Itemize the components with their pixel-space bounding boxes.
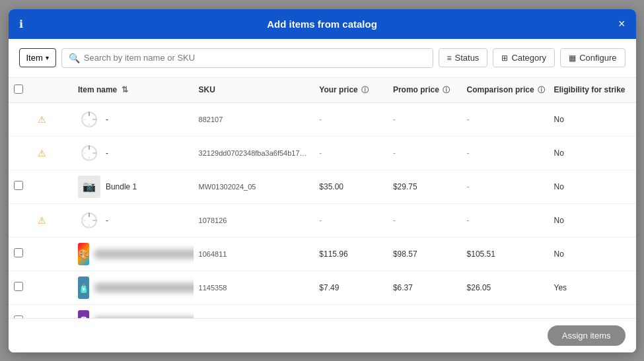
promo-price-cell: -: [388, 203, 462, 237]
promo-price-cell: $12.90: [388, 304, 462, 318]
col-promo-price: Promo price ⓘ: [388, 78, 462, 103]
promo-price-cell: $6.37: [388, 271, 462, 304]
search-container: 🔍: [61, 48, 433, 68]
promo-price-info-icon: ⓘ: [443, 85, 450, 95]
table-body: ⚠ -882107---No⚠ -32129dd0702348fba3a6f54…: [9, 102, 636, 318]
eligibility-cell: No: [549, 170, 636, 203]
your-price-cell: -: [314, 203, 388, 237]
table-row: 🎨BLURRED PRODUCT NAME TEXT HERE1064811$1…: [9, 237, 636, 271]
col-item-name: Item name ⇅: [73, 78, 194, 103]
sku-cell: 1145358: [194, 271, 314, 304]
table-row: ⚠ -1078126---No: [9, 203, 636, 237]
items-table: Item name ⇅ SKU Your price ⓘ Promo price…: [9, 78, 636, 318]
col-sku: SKU: [194, 78, 314, 103]
col-checkbox: [9, 78, 33, 103]
product-name: -: [106, 216, 108, 225]
item-name-cell: 🖱️BLURRED PRODUCT NAME MEDIUM: [73, 304, 194, 318]
close-button[interactable]: ×: [618, 18, 626, 30]
comparison-price-cell: $105.51: [462, 237, 549, 271]
table-row: ⚠ -32129dd0702348fba3a6f54b1721b909---No: [9, 136, 636, 170]
configure-button[interactable]: ▦ Configure: [560, 48, 625, 67]
table-row: 🖱️BLURRED PRODUCT NAME MEDIUM1015728$15.…: [9, 304, 636, 318]
table-row: 📷Bundle 1MW01302024_05$35.00$29.75-No: [9, 170, 636, 203]
your-price-info-icon: ⓘ: [361, 85, 369, 95]
comparison-price-cell: -: [462, 203, 549, 237]
col-warning: [32, 78, 73, 103]
comparison-price-cell: $15.29: [462, 304, 549, 318]
promo-price-cell: -: [388, 102, 462, 136]
table-container: Item name ⇅ SKU Your price ⓘ Promo price…: [9, 78, 636, 318]
item-name-cell: -: [73, 102, 194, 136]
product-name: -: [106, 115, 108, 124]
status-label: Status: [455, 53, 480, 63]
item-name-cell: -: [73, 203, 194, 237]
modal-header: ℹ Add items from catalog ×: [9, 9, 636, 39]
product-name-blurred: BLURRED PRODUCT NAME TEXT HERE: [94, 249, 194, 259]
category-button[interactable]: ⊞ Category: [493, 48, 555, 67]
eligibility-cell: No: [549, 203, 636, 237]
product-name-blurred: BLURRED PRODUCT NAME TEXT LONG: [94, 283, 194, 292]
product-name-blurred: BLURRED PRODUCT NAME MEDIUM: [94, 317, 194, 318]
modal: ℹ Add items from catalog × Item ▾ 🔍 ≡ St…: [9, 9, 636, 352]
table-header-row: Item name ⇅ SKU Your price ⓘ Promo price…: [9, 78, 636, 103]
toolbar: Item ▾ 🔍 ≡ Status ⊞ Category ▦ Configure: [9, 39, 636, 78]
table-row: ⚠ -882107---No: [9, 102, 636, 136]
comparison-price-info-icon: ⓘ: [538, 85, 545, 95]
product-name: -: [106, 148, 108, 158]
configure-icon: ▦: [569, 53, 576, 63]
col-comparison-price: Comparison price ⓘ: [462, 78, 549, 103]
select-all-checkbox[interactable]: [14, 84, 23, 94]
eligibility-cell: Yes: [549, 304, 636, 318]
status-button[interactable]: ≡ Status: [439, 48, 488, 67]
search-icon: 🔍: [69, 53, 80, 63]
eligibility-cell: Yes: [549, 271, 636, 304]
item-name-cell: -: [73, 136, 194, 170]
comparison-price-cell: -: [462, 170, 549, 203]
warning-icon: ⚠: [38, 114, 46, 125]
col-your-price: Your price ⓘ: [314, 78, 388, 103]
your-price-cell: $115.96: [314, 237, 388, 271]
modal-footer: Assign items: [9, 318, 636, 352]
warning-icon: ⚠: [38, 148, 46, 158]
chevron-down-icon: ▾: [46, 54, 49, 61]
your-price-cell: -: [314, 102, 388, 136]
item-name-cell: 📷Bundle 1: [73, 170, 194, 203]
your-price-cell: $7.49: [314, 271, 388, 304]
row-checkbox[interactable]: [14, 282, 23, 291]
row-checkbox[interactable]: [14, 181, 23, 190]
promo-price-cell: $29.75: [388, 170, 462, 203]
sku-cell: 1078126: [194, 203, 314, 237]
search-input[interactable]: [84, 53, 426, 63]
your-price-cell: $35.00: [314, 170, 388, 203]
sku-cell: 1064811: [194, 237, 314, 271]
sku-cell: MW01302024_05: [194, 170, 314, 203]
eligibility-cell: No: [549, 237, 636, 271]
item-name-cell: 🎨BLURRED PRODUCT NAME TEXT HERE: [73, 237, 194, 271]
modal-title: Add items from catalog: [267, 18, 377, 30]
configure-label: Configure: [579, 53, 616, 63]
modal-overlay: ℹ Add items from catalog × Item ▾ 🔍 ≡ St…: [0, 0, 644, 361]
assign-items-button[interactable]: Assign items: [548, 325, 626, 346]
warning-icon: ⚠: [38, 215, 46, 226]
table-row: 🧴BLURRED PRODUCT NAME TEXT LONG1145358$7…: [9, 271, 636, 304]
product-name: Bundle 1: [106, 182, 137, 191]
col-eligibility: Eligibility for strike: [549, 78, 636, 103]
promo-price-cell: $98.57: [388, 237, 462, 271]
item-name-cell: 🧴BLURRED PRODUCT NAME TEXT LONG: [73, 271, 194, 304]
your-price-cell: -: [314, 136, 388, 170]
info-icon: ℹ: [19, 18, 23, 30]
eligibility-cell: No: [549, 102, 636, 136]
sku-cell: 32129dd0702348fba3a6f54b1721b909: [194, 136, 314, 170]
sku-cell: 882107: [194, 102, 314, 136]
comparison-price-cell: $26.05: [462, 271, 549, 304]
eligibility-cell: No: [549, 136, 636, 170]
sort-icon: ⇅: [122, 85, 128, 94]
your-price-cell: $15.18: [314, 304, 388, 318]
sku-cell: 1015728: [194, 304, 314, 318]
promo-price-cell: -: [388, 136, 462, 170]
row-checkbox[interactable]: [14, 248, 23, 257]
item-dropdown-button[interactable]: Item ▾: [19, 48, 56, 67]
comparison-price-cell: -: [462, 136, 549, 170]
item-dropdown-label: Item: [26, 53, 43, 63]
category-icon: ⊞: [501, 53, 508, 63]
